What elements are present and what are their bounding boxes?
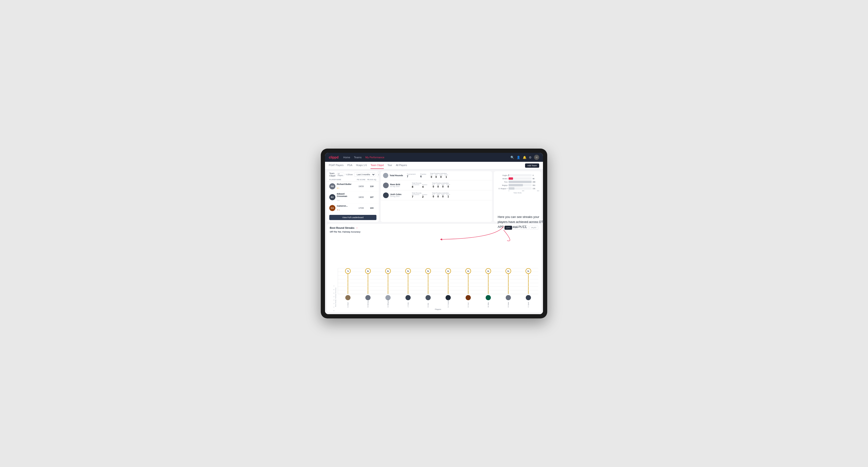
app-button[interactable]: APP [513,226,520,230]
nav-teams[interactable]: Teams [354,155,362,160]
avatar-ford [466,295,471,300]
nav-my-performance[interactable]: My Performance [365,155,384,160]
card-player-info-josh: Josh Coles 26 Aug 2023 [383,192,409,198]
player-score-3: 17/20 [355,207,367,209]
badge-3: ★ 3 [337,209,340,211]
bar-fill-eagles [508,174,509,177]
streak-line-britt [428,274,428,294]
player-row[interactable]: CA Cameron... ★ 3 17/20 103 [327,203,379,213]
bar-val-bogeys: 311 [533,184,539,186]
view-full-leaderboard-button[interactable]: View Full Leaderboard [329,215,376,220]
bar-chart: Eagles 3 Birdies [496,174,539,190]
name-miller: M. Miller [488,301,489,307]
show-label: Show [347,173,353,176]
col-avatar-quick: C. Quick [518,295,538,307]
subnav-team-clippd[interactable]: Team Clippd [371,162,384,169]
card-date-josh: 26 Aug 2023 [390,195,401,197]
chart-col-butler: 3x [498,268,518,294]
ott-button[interactable]: OTT [504,226,512,230]
user-avatar[interactable]: U [534,155,539,160]
ott-rees: 0 [432,185,435,188]
edit-icon[interactable]: ✎ [346,173,347,176]
player-row[interactable]: RB Richard Butler ♥ 1 19/20 110 [327,182,379,191]
streak-bubble-crossman: 4x [445,268,451,274]
card-name-josh: Josh Coles [390,193,401,195]
avatar-1: RB [329,183,335,189]
player-avg-1: 110 [367,185,376,187]
bar-fill-dbogeys [508,187,515,190]
chart-col-coles: 5x [398,268,418,294]
app-rees: 0 [437,185,439,188]
name-crossman: E. Crossman [447,301,449,307]
bar-track-dbogeys [508,187,532,190]
total-rounds-label-rees: Total Rounds [412,182,427,184]
avatar-coles [405,295,411,300]
player-count: 14 Players [336,173,345,177]
bar-val-eagles: 3 [533,175,539,176]
badge-2: ◇ 2 [337,199,339,201]
arg-rees: 0 [441,185,444,188]
chart-col-britt: 5x [418,268,438,294]
streak-line-quick [528,274,529,294]
streak-bubble-miller: 4x [486,268,491,274]
putt-josh: 1 [446,195,450,198]
subnav-hcaps[interactable]: Hcaps 1-5 [356,162,367,169]
practice-josh: 2 [422,195,427,198]
bar-fill-pars [508,181,532,183]
col-avatar-crossman: E. Crossman [438,295,458,307]
app-logo: clippd [329,155,338,159]
bar-row-birdies: Birdies 96 [496,177,539,180]
chart-col-crossman: 4x [438,268,458,294]
navbar: clippd Home Teams My Performance 🔍 👤 🔔 ⚙… [325,153,543,162]
user-icon[interactable]: 👤 [517,156,520,159]
player-card-josh[interactable]: Josh Coles 26 Aug 2023 Total Rounds To [381,190,492,200]
bar-fill-bogeys [508,184,523,186]
card-name-rees: Rees Britt [390,183,400,186]
bar-track-bogeys [508,184,532,186]
team-name: Team Clippd [329,172,335,177]
grid-view-icon[interactable]: ▦ [377,172,379,177]
ott-josh: 0 [432,195,435,198]
chart-grid: 7x 6x 6x [338,268,538,294]
subnav-tour[interactable]: Tour [388,162,392,169]
subnav-pgat[interactable]: PGAT Players [329,162,343,169]
y-axis-label: Best Streak, Fairway Accuracy [335,286,336,308]
bar-val-dbogeys: 131 [533,188,539,189]
settings-icon[interactable]: ⚙ [529,156,532,159]
table-headers: PLAYER NAME PB SCORE PB AVG SQ [327,178,379,182]
player-card-rees[interactable]: Rees Britt 02 Sep 2023 Total Rounds To [381,181,492,190]
subnav-all-players[interactable]: All Players [396,162,407,169]
view-icons: ▦ ≡ ▤ ↕ [377,172,379,177]
add-team-button[interactable]: Add Team [525,163,539,168]
col-avatar-butler: R. Butler [498,295,518,307]
search-icon[interactable]: 🔍 [510,156,514,159]
player-row[interactable]: EC Edward Crossman ◇ 2 18/20 107 [327,191,379,203]
arg-button[interactable]: ARG [521,226,529,230]
player-score-1: 19/20 [355,185,367,187]
nav-home[interactable]: Home [343,155,350,160]
tournament-rees: 8 [412,185,420,188]
card-player-info-rees: Rees Britt 02 Sep 2023 [383,182,409,188]
streak-bubble-butler: 3x [505,268,511,274]
streak-line-billingham [388,274,388,294]
name-mcherg: B. McHerg [367,301,369,307]
streak-bubble-coles: 5x [405,268,411,274]
name-quick: C. Quick [528,301,529,307]
bar-row-bogeys: Bogeys 311 [496,184,539,186]
streaks-subtitle: Off The Tee, Fairway Accuracy [327,231,541,235]
practice-activities-label-rees: Total Practice Activities [432,182,450,184]
name-billingham: D. Billingham [387,301,389,307]
streak-line-coles [408,274,408,294]
col-avatar-miller: M. Miller [478,295,498,307]
subnav-links: PGAT Players PGA Hcaps 1-5 Team Clippd T… [329,162,525,169]
bar-val-pars: 499 [533,181,539,183]
bell-icon[interactable]: 🔔 [523,156,526,159]
bar-label-pars: Pars [496,181,507,183]
practice-rees: 4 [422,185,427,188]
subnav-pga[interactable]: PGA [347,162,352,169]
putt-button[interactable]: PUTT [530,226,538,230]
player-score-2: 18/20 [355,196,367,198]
navbar-icons: 🔍 👤 🔔 ⚙ U [510,155,539,160]
show-select[interactable]: Last 3 months Last 6 months Last year [354,173,375,177]
streak-line-ford [468,274,468,294]
